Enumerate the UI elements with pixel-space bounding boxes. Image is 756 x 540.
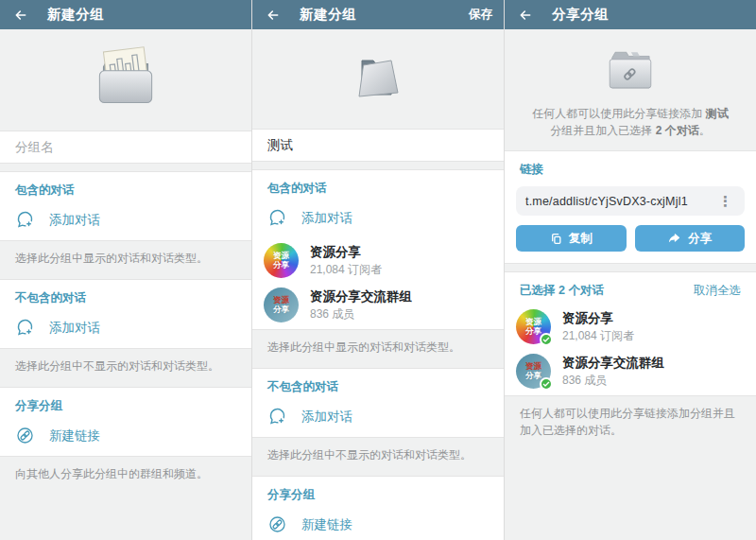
chat-avatar: 资源分享	[264, 243, 299, 278]
copy-button[interactable]: 复制	[516, 225, 627, 252]
telegram-folder-screens: 新建分组 分组名 包含的对话	[0, 0, 756, 540]
selected-check-icon	[540, 377, 553, 391]
excluded-chats-title: 不包含的对话	[0, 280, 251, 311]
add-chat-label: 添加对话	[49, 212, 100, 229]
share-description: 任何人都可以使用此分享链接添加 测试 分组并且加入已选择 2 个对话。	[505, 103, 756, 150]
share-folder-title: 分享分组	[0, 388, 251, 419]
share-icon	[667, 233, 681, 245]
add-chat-button[interactable]: 添加对话	[252, 201, 504, 238]
share-folder-hint: 向其他人分享此分组中的群组和频道。	[0, 457, 251, 495]
included-chats-title: 包含的对话	[252, 170, 504, 201]
folder-illustration	[252, 29, 504, 129]
link-section: 链接 t.me/addlist/cYjSvDX3-cxjMjl1 ⋮ 复制 分享	[505, 150, 756, 264]
chat-list-item[interactable]: 资源分享 资源分享交流群组 836 成员	[505, 349, 756, 395]
selected-check-icon	[540, 333, 553, 346]
excluded-chats-title: 不包含的对话	[252, 369, 504, 400]
page-title: 新建分组	[300, 6, 356, 24]
link-icon	[15, 426, 35, 445]
chat-list-item[interactable]: 资源分享 资源分享 21,084 订阅者	[252, 238, 504, 283]
back-arrow-icon	[518, 8, 533, 23]
back-button[interactable]	[516, 6, 535, 25]
folder-open-icon	[337, 38, 419, 119]
folder-illustration	[0, 29, 251, 131]
link-icon	[267, 514, 287, 534]
chat-title: 资源分享	[310, 244, 382, 261]
excluded-chats-hint: 选择此分组中不显示的对话和对话类型。	[252, 438, 504, 476]
included-chats-hint: 选择此分组中显示的对话和对话类型。	[252, 330, 504, 368]
chat-title: 资源分享	[562, 310, 634, 327]
selected-chats-title: 已选择 2 个对话	[520, 283, 604, 299]
excluded-chats-section: 不包含的对话 添加对话	[252, 368, 504, 438]
back-arrow-icon	[13, 8, 28, 23]
more-options-icon: ⋮	[718, 193, 732, 209]
new-link-button[interactable]: 新建链接	[0, 419, 251, 456]
share-folder-section: 分享分组 新建链接	[252, 476, 504, 540]
chat-subtitle: 836 成员	[310, 306, 412, 322]
back-button[interactable]	[11, 6, 30, 25]
add-chat-label: 添加对话	[49, 320, 100, 337]
folder-documents-icon	[84, 38, 167, 121]
add-chat-icon	[267, 208, 287, 228]
folder-name-input[interactable]: 分组名	[0, 131, 251, 164]
share-folder-section: 分享分组 新建链接	[0, 387, 251, 457]
chat-title: 资源分享交流群组	[562, 355, 664, 372]
header: 新建分组	[0, 0, 251, 29]
header: 分享分组	[505, 0, 756, 29]
included-chats-section: 包含的对话 添加对话	[0, 171, 251, 241]
add-chat-button[interactable]: 添加对话	[0, 203, 251, 240]
deselect-all-button[interactable]: 取消全选	[694, 283, 741, 299]
included-chats-title: 包含的对话	[0, 172, 251, 203]
chat-subtitle: 21,084 订阅者	[562, 328, 634, 344]
chat-list-item[interactable]: 资源分享 资源分享交流群组 836 成员	[252, 283, 504, 329]
link-section-title: 链接	[505, 151, 756, 183]
page-title: 新建分组	[47, 6, 104, 24]
more-options-button[interactable]: ⋮	[715, 194, 735, 208]
add-excluded-chat-button[interactable]: 添加对话	[252, 400, 504, 437]
save-button[interactable]: 保存	[469, 7, 492, 23]
add-chat-label: 添加对话	[301, 409, 352, 426]
new-link-button[interactable]: 新建链接	[252, 508, 504, 540]
chat-title: 资源分享交流群组	[310, 288, 412, 305]
chat-subtitle: 21,084 订阅者	[310, 262, 382, 278]
chat-avatar: 资源分享	[516, 309, 551, 344]
back-button[interactable]	[264, 6, 283, 25]
new-link-label: 新建链接	[301, 516, 352, 533]
back-arrow-icon	[266, 8, 281, 23]
add-chat-icon	[15, 210, 35, 230]
folder-name-value: 测试	[267, 137, 293, 154]
share-bottom-hint: 任何人都可以使用此分享链接添加分组并且加入已选择的对话。	[505, 396, 756, 451]
folder-link-icon	[596, 37, 664, 99]
folder-illustration	[505, 29, 756, 103]
add-chat-icon	[15, 318, 35, 338]
selected-chats-header: 已选择 2 个对话 取消全选	[505, 272, 756, 305]
copy-label: 复制	[569, 231, 593, 247]
invite-link-field[interactable]: t.me/addlist/cYjSvDX3-cxjMjl1 ⋮	[516, 186, 745, 216]
excluded-chats-hint: 选择此分组中不显示的对话和对话类型。	[0, 349, 251, 387]
invite-link-url: t.me/addlist/cYjSvDX3-cxjMjl1	[525, 195, 715, 208]
selected-chats-section: 已选择 2 个对话 取消全选 资源分享 资源分享 21,084 订阅者 资源分享	[505, 271, 756, 396]
share-button[interactable]: 分享	[635, 225, 746, 252]
included-chats-hint: 选择此分组中显示的对话和对话类型。	[0, 241, 251, 279]
share-folder-title: 分享分组	[252, 477, 504, 508]
share-label: 分享	[688, 231, 712, 247]
chat-subtitle: 836 成员	[562, 373, 664, 389]
link-actions: 复制 分享	[505, 216, 756, 263]
add-excluded-chat-button[interactable]: 添加对话	[0, 311, 251, 348]
panel-share-folder: 分享分组 任何人都可以使用此分享链接添加 测试 分组并且加入已选择 2 个对话。…	[505, 0, 756, 540]
chat-list-item[interactable]: 资源分享 资源分享 21,084 订阅者	[505, 305, 756, 349]
included-chats-section: 包含的对话 添加对话 资源分享 资源分享 21,084 订阅者 资源分享	[252, 169, 504, 330]
header: 新建分组 保存	[252, 0, 504, 29]
folder-name-input[interactable]: 测试	[252, 129, 504, 162]
page-title: 分享分组	[552, 6, 609, 24]
chat-avatar: 资源分享	[516, 354, 551, 389]
add-chat-label: 添加对话	[301, 210, 352, 227]
new-link-label: 新建链接	[49, 427, 100, 444]
folder-name-placeholder: 分组名	[15, 139, 54, 156]
panel-new-folder-filled: 新建分组 保存 测试 包含的对话 添加对话 资源分享	[252, 0, 505, 540]
copy-icon	[550, 233, 562, 245]
panel-new-folder-empty: 新建分组 分组名 包含的对话	[0, 0, 252, 540]
add-chat-icon	[267, 407, 287, 427]
chat-avatar: 资源分享	[264, 287, 299, 322]
excluded-chats-section: 不包含的对话 添加对话	[0, 279, 251, 349]
